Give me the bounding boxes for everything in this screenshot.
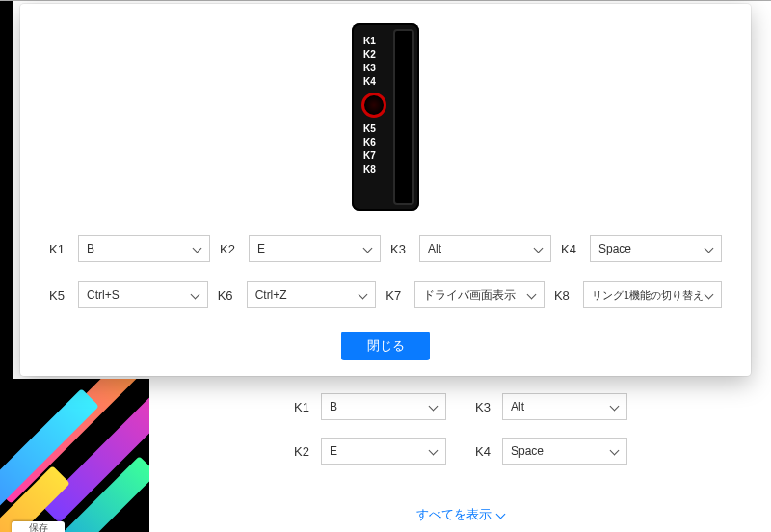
- k3-label: K3: [390, 242, 412, 256]
- device-key-label: K8: [363, 163, 388, 175]
- sidebar-art: [0, 379, 149, 532]
- show-all-label: すべてを表示: [416, 506, 492, 523]
- device-key-label: K2: [363, 48, 388, 61]
- k3-dropdown[interactable]: Alt: [419, 235, 551, 262]
- shortcut-keys-modal: K1 K2 K3 K4 K5 K6 K7 K8 K1 B K2 E: [20, 4, 751, 376]
- k6-value: Ctrl+Z: [255, 288, 287, 302]
- chevron-down-icon: [704, 244, 713, 253]
- bg-k1-label: K1: [294, 400, 315, 414]
- k7-value: ドライバ画面表示: [423, 287, 516, 304]
- background-content: K1 B K3 Alt K2 E K4: [149, 379, 771, 532]
- chevron-down-icon: [495, 510, 505, 519]
- show-all-link[interactable]: すべてを表示: [416, 506, 505, 523]
- k4-label: K4: [561, 242, 582, 256]
- chevron-down-icon: [609, 402, 619, 412]
- k2-label: K2: [220, 242, 241, 256]
- close-button[interactable]: 閉じる: [341, 332, 430, 360]
- device-key-label: K7: [363, 149, 388, 162]
- device-key-label: K5: [363, 122, 388, 135]
- chevron-down-icon: [428, 446, 438, 456]
- device-screen: [393, 29, 414, 205]
- bottom-tab-hint-label: 保存: [29, 521, 48, 532]
- bg-k1-dropdown[interactable]: B: [321, 393, 446, 420]
- k6-dropdown[interactable]: Ctrl+Z: [247, 281, 377, 308]
- k8-value: リング1機能の切り替え: [592, 288, 704, 303]
- bg-k2-label: K2: [294, 444, 315, 459]
- k2-dropdown[interactable]: E: [249, 235, 381, 262]
- k4-dropdown[interactable]: Space: [590, 235, 722, 262]
- k8-label: K8: [554, 288, 575, 303]
- device-key-labels: K1 K2 K3 K4 K5 K6 K7 K8: [363, 35, 388, 175]
- sidebar-sliver: [0, 1, 13, 379]
- chevron-down-icon: [358, 290, 367, 300]
- chevron-down-icon: [533, 244, 543, 253]
- k2-value: E: [257, 242, 265, 255]
- k5-value: Ctrl+S: [87, 288, 120, 302]
- k7-label: K7: [386, 288, 407, 303]
- bg-k3-label: K3: [475, 400, 496, 414]
- k6-label: K6: [218, 288, 239, 303]
- k3-value: Alt: [428, 242, 441, 255]
- bottom-tab-hint: 保存: [12, 521, 65, 532]
- k8-dropdown[interactable]: リング1機能の切り替え: [583, 281, 722, 308]
- bg-k2-value: E: [330, 444, 337, 458]
- device-key-label: K3: [363, 62, 388, 74]
- device-illustration: K1 K2 K3 K4 K5 K6 K7 K8: [352, 23, 419, 211]
- modal-row-1: K1 B K2 E K3 Alt K4 Space: [49, 235, 722, 262]
- k1-label: K1: [49, 242, 70, 256]
- chevron-down-icon: [190, 290, 199, 300]
- k7-dropdown[interactable]: ドライバ画面表示: [414, 281, 545, 308]
- bg-k4-label: K4: [475, 444, 496, 459]
- bg-k2-dropdown[interactable]: E: [321, 438, 446, 465]
- k5-dropdown[interactable]: Ctrl+S: [78, 281, 208, 308]
- device-key-label: K6: [363, 136, 388, 148]
- chevron-down-icon: [362, 244, 372, 253]
- chevron-down-icon: [428, 402, 438, 412]
- bg-k4-dropdown[interactable]: Space: [502, 438, 627, 465]
- chevron-down-icon: [704, 290, 713, 300]
- k5-label: K5: [49, 288, 70, 303]
- chevron-down-icon: [609, 446, 619, 456]
- k1-dropdown[interactable]: B: [78, 235, 210, 262]
- bg-k1-value: B: [330, 400, 337, 413]
- close-button-label: 閉じる: [367, 338, 405, 353]
- bg-k3-value: Alt: [511, 400, 524, 413]
- chevron-down-icon: [192, 244, 201, 253]
- device-key-label: K1: [363, 35, 388, 47]
- k1-value: B: [87, 242, 94, 255]
- device-key-label: K4: [363, 75, 388, 88]
- k4-value: Space: [598, 242, 631, 255]
- device-ring-icon: [361, 93, 386, 118]
- modal-row-2: K5 Ctrl+S K6 Ctrl+Z K7 ドライバ画面表示 K8 リング1機…: [49, 281, 722, 308]
- bg-k3-dropdown[interactable]: Alt: [502, 393, 627, 420]
- bg-k4-value: Space: [511, 444, 544, 458]
- chevron-down-icon: [526, 290, 536, 300]
